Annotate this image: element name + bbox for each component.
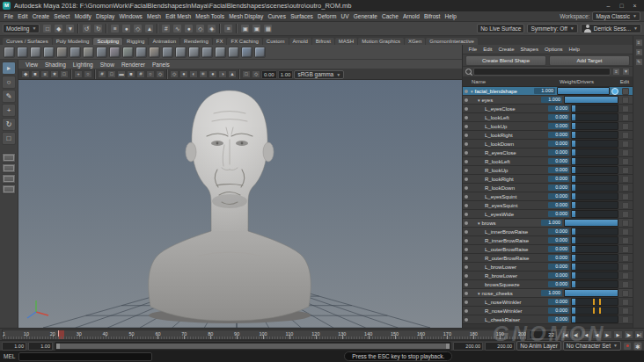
menu-surfaces[interactable]: Surfaces	[289, 13, 316, 19]
edit-target-toggle[interactable]	[618, 290, 633, 297]
workspace-selector[interactable]: Maya Classic▼	[592, 11, 640, 21]
time-slider[interactable]: 1102030405060708090100110120130140150160…	[2, 329, 527, 340]
sort-icon[interactable]: ≡	[612, 68, 620, 76]
weight-field[interactable]: 0.000	[548, 105, 569, 112]
shape-editor-row-l-lookright[interactable]: L_lookRight0.000	[463, 131, 633, 140]
weight-field[interactable]: 0.000	[548, 316, 569, 322]
wireframe-icon[interactable]: ◇	[170, 70, 179, 78]
shape-editor-row-r-lookright[interactable]: R_lookRight0.000	[463, 175, 633, 184]
weight-slider[interactable]	[571, 148, 618, 156]
edit-target-toggle[interactable]	[618, 316, 633, 323]
menu-set-selector[interactable]: Modeling▼	[3, 24, 40, 33]
filter-icon[interactable]: ▼	[622, 68, 630, 76]
play-backwards-button[interactable]: ◀	[592, 330, 602, 339]
shape-editor-menu-help[interactable]: Help	[566, 47, 582, 52]
isolate-select-icon[interactable]: □	[242, 70, 251, 78]
row-state-dot[interactable]	[465, 292, 468, 295]
viewport-menu-lighting[interactable]: Lighting	[70, 62, 97, 68]
sculpt-foamy-icon[interactable]	[96, 47, 107, 58]
weight-field[interactable]: 0.000	[548, 211, 569, 217]
weight-field[interactable]: 0.000	[548, 272, 569, 279]
shelf-tab-arnold[interactable]: Arnold	[289, 38, 311, 45]
sculpt-flatten-icon[interactable]	[83, 47, 94, 58]
shelf-tab-rigging[interactable]: Rigging	[123, 38, 148, 45]
screen-space-ao-icon[interactable]: ◑	[218, 70, 227, 78]
go-to-start-button[interactable]: |◀	[560, 330, 570, 339]
row-state-dot[interactable]	[465, 177, 468, 181]
sculpt-scrape-icon[interactable]	[162, 47, 173, 58]
edit-target-toggle[interactable]	[618, 123, 633, 130]
shape-editor-row-r-lookleft[interactable]: R_lookLeft0.000	[463, 157, 633, 166]
menu-cache[interactable]: Cache	[379, 13, 400, 19]
shape-editor-row-l-cheekraiser[interactable]: L_cheekRaiser0.000	[463, 315, 633, 324]
weight-field[interactable]: 0.000	[548, 264, 569, 270]
edit-target-toggle[interactable]	[618, 220, 633, 227]
shape-editor-row-l-lookleft[interactable]: L_lookLeft0.000	[463, 113, 633, 122]
expand-arrow-icon[interactable]: ▾	[478, 221, 480, 226]
xray-icon[interactable]: ◇	[252, 70, 260, 78]
oversampling-icon[interactable]: ○	[84, 70, 92, 78]
weight-slider[interactable]	[571, 236, 618, 244]
exposure-field[interactable]: 0.00	[261, 70, 277, 79]
current-frame-field[interactable]: 22	[529, 330, 557, 339]
weight-field[interactable]: 0.000	[548, 158, 569, 164]
shape-editor-row-r-lookdown[interactable]: R_lookDown0.000	[463, 184, 633, 192]
expand-arrow-icon[interactable]: ▾	[478, 98, 480, 103]
weight-field[interactable]: 0.000	[548, 185, 569, 191]
render-current-frame-icon[interactable]: ▣	[240, 24, 250, 33]
shape-editor-row-nose-cheeks[interactable]: ▾nose_cheeks1.000	[463, 289, 633, 298]
menu-modify[interactable]: Modify	[72, 13, 93, 19]
shape-editor-row-l-eyesclose[interactable]: L_eyesClose0.000	[463, 105, 633, 113]
edit-target-toggle[interactable]	[618, 264, 633, 271]
viewport-menu-renderer[interactable]: Renderer	[118, 62, 149, 68]
select-hierarchy-icon[interactable]: ≡	[110, 24, 120, 33]
row-state-dot[interactable]	[465, 90, 468, 93]
step-forward-frame-button[interactable]: ▶	[613, 330, 623, 339]
weight-slider[interactable]	[571, 307, 618, 315]
shape-editor-row-brows[interactable]: ▾brows1.000	[463, 219, 633, 228]
row-state-dot[interactable]	[465, 107, 468, 111]
weight-field[interactable]: 0.000	[548, 141, 569, 147]
anim-layer-dropdown[interactable]: No Anim Layer	[516, 341, 561, 351]
viewport-canvas[interactable]	[18, 80, 462, 328]
row-state-dot[interactable]	[465, 221, 468, 225]
weight-slider[interactable]	[571, 263, 618, 271]
row-state-dot[interactable]	[465, 116, 468, 119]
grid-icon[interactable]: #	[98, 70, 106, 78]
edit-target-toggle[interactable]	[618, 255, 633, 262]
sculpt-pinch-icon[interactable]	[70, 47, 81, 58]
edit-target-toggle[interactable]	[618, 308, 633, 315]
shelf-tab-fx[interactable]: FX	[213, 38, 227, 45]
animation-preferences-button[interactable]: ✱	[633, 342, 642, 351]
attribute-editor-toggle-icon[interactable]: ≡	[635, 48, 643, 56]
row-state-dot[interactable]	[465, 239, 468, 243]
menu-mesh-display[interactable]: Mesh Display	[227, 13, 266, 19]
sculpt-spray-icon[interactable]	[109, 47, 121, 58]
maximize-button[interactable]: □	[615, 1, 628, 11]
select-camera-icon[interactable]: ◆	[21, 70, 30, 78]
menu-help[interactable]: Help	[443, 13, 459, 19]
weight-slider[interactable]	[571, 105, 618, 112]
weight-slider[interactable]	[564, 219, 618, 227]
step-forward-key-button[interactable]: |▶	[624, 330, 633, 339]
expand-arrow-icon[interactable]: ▾	[478, 291, 480, 296]
minimize-button[interactable]: –	[602, 1, 615, 11]
edit-target-toggle[interactable]	[618, 228, 633, 235]
weight-field[interactable]: 1.000	[541, 220, 562, 226]
range-slider-bar[interactable]	[56, 344, 450, 349]
lasso-tool-icon[interactable]: ○	[2, 76, 16, 89]
no-live-surface-dropdown[interactable]: No Live Surface	[477, 24, 524, 33]
snap-grid-icon[interactable]: #	[161, 24, 171, 33]
select-component-icon[interactable]: ◇	[133, 24, 143, 33]
sculpt-repeat-icon[interactable]	[122, 47, 134, 58]
layout-four-pane-button[interactable]	[2, 163, 16, 173]
sculpt-smooth-icon[interactable]	[30, 47, 41, 58]
playback-start-field[interactable]: 1.00	[28, 342, 53, 351]
undo-icon[interactable]: ↺	[82, 24, 91, 33]
sculpt-lift-icon[interactable]	[4, 47, 15, 58]
sculpt-smear-icon[interactable]	[201, 47, 213, 58]
snap-curve-icon[interactable]: ∿	[172, 24, 182, 33]
play-forward-button[interactable]: ▶	[603, 330, 612, 339]
step-back-frame-button[interactable]: ◀	[582, 330, 591, 339]
row-state-dot[interactable]	[465, 265, 468, 269]
